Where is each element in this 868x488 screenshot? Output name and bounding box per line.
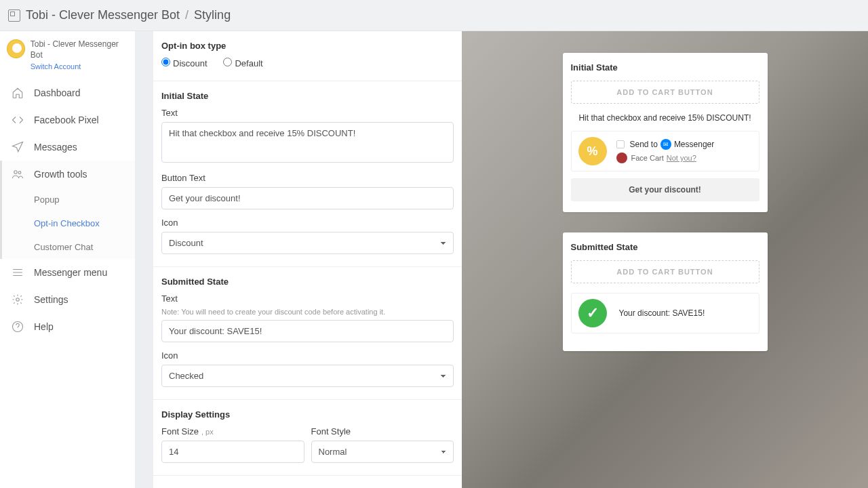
submitted-state-title: Submitted State xyxy=(161,277,454,287)
menu-icon xyxy=(11,266,24,279)
radio-discount[interactable]: Discount xyxy=(161,58,208,68)
initial-state-title: Initial State xyxy=(161,91,454,101)
sidebar-item-help[interactable]: Help xyxy=(0,313,135,340)
face-cart-avatar xyxy=(616,152,627,163)
check-circle-icon: ✓ xyxy=(578,299,607,327)
sidebar-item-messages[interactable]: Messages xyxy=(0,134,135,161)
initial-button-text-label: Button Text xyxy=(161,173,454,183)
preview-initial-atc-placeholder: ADD TO CART BUTTON xyxy=(571,81,760,104)
preview-submitted-title: Submitted State xyxy=(571,242,760,252)
home-icon xyxy=(11,86,24,100)
sidebar-sub-customer-chat[interactable]: Customer Chat xyxy=(0,235,135,259)
preview-submitted-text: Your discount: SAVE15! xyxy=(619,308,705,318)
preview-face-cart-row: Face Cart Not you? xyxy=(616,152,752,163)
submitted-icon-label: Icon xyxy=(161,350,454,361)
sidebar-item-label: Help xyxy=(34,321,54,332)
not-you-link[interactable]: Not you? xyxy=(667,154,696,162)
sidebar-item-dashboard[interactable]: Dashboard xyxy=(0,79,135,106)
preview-checkbox[interactable] xyxy=(616,140,625,148)
preview-submitted-atc-placeholder: ADD TO CART BUTTON xyxy=(571,260,760,283)
preview-submitted-box: ✓ Your discount: SAVE15! xyxy=(571,293,760,333)
sidebar-item-label: Growth tools xyxy=(34,169,87,180)
initial-button-text-input[interactable] xyxy=(161,187,454,209)
breadcrumb-separator: / xyxy=(185,8,189,22)
initial-text-label: Text xyxy=(161,108,454,118)
font-style-label: Font Style xyxy=(311,426,454,436)
breadcrumb-bar: Tobi - Clever Messenger Bot / Styling xyxy=(0,0,868,31)
initial-icon-select[interactable]: Discount xyxy=(161,232,454,254)
sidebar-item-label: Messenger menu xyxy=(34,267,107,278)
font-style-select[interactable]: Normal xyxy=(311,441,454,463)
submitted-icon-select[interactable]: Checked xyxy=(161,365,454,387)
send-icon xyxy=(11,140,24,154)
section-optin-type: Opt-in box type Discount Default xyxy=(153,31,462,81)
optin-type-title: Opt-in box type xyxy=(161,41,454,51)
font-size-label: Font Size, px xyxy=(161,426,304,436)
app-grid-icon xyxy=(8,9,20,22)
sidebar-item-messenger-menu[interactable]: Messenger menu xyxy=(0,259,135,286)
preview-submitted-card: Submitted State ADD TO CART BUTTON ✓ You… xyxy=(563,232,768,351)
preview-initial-title: Initial State xyxy=(571,62,760,73)
sidebar-sub-optin-checkbox[interactable]: Opt-in Checkbox xyxy=(0,211,135,235)
gear-icon xyxy=(11,293,24,306)
submitted-note: Note: You will need to create your disco… xyxy=(161,308,454,316)
discount-badge-icon: % xyxy=(578,137,607,165)
font-size-input[interactable] xyxy=(161,441,304,463)
code-icon xyxy=(11,113,24,127)
users-icon xyxy=(11,167,24,181)
sidebar: Tobi - Clever Messenger Bot Switch Accou… xyxy=(0,31,136,488)
sidebar-item-label: Messages xyxy=(34,142,77,152)
section-initial-state: Initial State Text Hit that checkbox and… xyxy=(153,81,462,267)
sidebar-sub-popup[interactable]: Popup xyxy=(0,188,135,211)
preview-initial-box: % Send to ✉ Messenger Face Cart Not you? xyxy=(571,131,760,171)
sidebar-header: Tobi - Clever Messenger Bot Switch Accou… xyxy=(0,31,135,79)
radio-default[interactable]: Default xyxy=(223,58,262,68)
sidebar-item-label: Dashboard xyxy=(34,87,81,98)
preview-initial-card: Initial State ADD TO CART BUTTON Hit tha… xyxy=(563,53,768,212)
radio-default-input[interactable] xyxy=(223,58,232,66)
radio-discount-input[interactable] xyxy=(161,58,170,66)
sidebar-item-growth-tools[interactable]: Growth tools xyxy=(0,161,135,188)
svg-point-1 xyxy=(18,171,21,174)
messenger-icon: ✉ xyxy=(660,139,671,150)
preview-column: Initial State ADD TO CART BUTTON Hit tha… xyxy=(462,31,868,488)
account-avatar xyxy=(7,39,25,58)
svg-point-2 xyxy=(16,298,20,302)
sidebar-item-facebook-pixel[interactable]: Facebook Pixel xyxy=(0,106,135,134)
sidebar-item-settings[interactable]: Settings xyxy=(0,286,135,313)
svg-point-0 xyxy=(14,171,18,174)
breadcrumb-app[interactable]: Tobi - Clever Messenger Bot xyxy=(26,8,180,22)
preview-initial-text: Hit that checkbox and receive 15% DISCOU… xyxy=(571,113,760,123)
sidebar-item-label: Settings xyxy=(34,294,68,305)
initial-text-input[interactable]: Hit that checkbox and receive 15% DISCOU… xyxy=(161,122,454,163)
sidebar-item-label: Facebook Pixel xyxy=(34,115,99,125)
section-submitted-state: Submitted State Text Note: You will need… xyxy=(153,267,462,400)
preview-get-discount-button[interactable]: Get your discount! xyxy=(571,178,760,201)
form-column: Opt-in box type Discount Default Initial… xyxy=(153,31,462,488)
switch-account-link[interactable]: Switch Account xyxy=(31,62,81,70)
breadcrumb-page: Styling xyxy=(194,8,231,22)
section-display-settings: Display Settings Font Size, px Font Styl… xyxy=(153,400,462,476)
initial-icon-label: Icon xyxy=(161,218,454,228)
help-icon xyxy=(11,320,24,333)
submitted-text-label: Text xyxy=(161,293,454,304)
preview-send-row: Send to ✉ Messenger xyxy=(616,139,752,150)
submitted-text-input[interactable] xyxy=(161,320,454,342)
account-name: Tobi - Clever Messenger Bot xyxy=(31,39,128,60)
display-settings-title: Display Settings xyxy=(161,409,454,420)
